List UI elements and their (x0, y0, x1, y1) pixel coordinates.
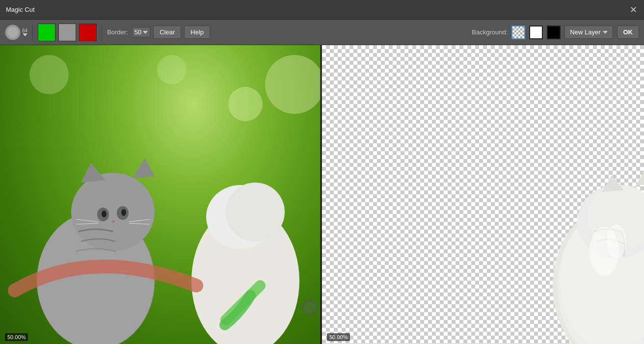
result-image (322, 45, 644, 344)
color-swatch-green[interactable] (38, 24, 55, 41)
new-layer-button[interactable]: New Layer (564, 26, 613, 39)
brush-size-selector[interactable]: 64 (5, 25, 27, 40)
border-label: Border: (107, 28, 128, 36)
clear-button[interactable]: Clear (153, 26, 181, 39)
ok-button[interactable]: OK (617, 26, 640, 39)
right-zoom-label: 50.00% (327, 333, 350, 341)
close-button[interactable]: ✕ (628, 5, 638, 15)
color-swatch-gray[interactable] (58, 24, 76, 41)
svg-marker-27 (636, 170, 644, 185)
left-panel[interactable]: 50.00% (0, 45, 322, 344)
brush-dropdown-arrow[interactable] (23, 33, 27, 36)
left-zoom-label: 50.00% (5, 333, 28, 341)
bg-black-swatch[interactable] (547, 26, 561, 39)
window-title: Magic Cut (6, 6, 35, 13)
color-swatch-red[interactable] (79, 24, 97, 41)
right-panel[interactable]: 50.00% (322, 45, 644, 344)
brush-cursor (302, 300, 317, 315)
new-layer-dropdown-arrow[interactable] (603, 31, 608, 34)
svg-point-29 (607, 224, 626, 259)
divider-1 (32, 25, 33, 40)
border-value: 50 (134, 28, 141, 36)
titlebar: Magic Cut ✕ (0, 0, 644, 20)
toolbar: 64 Border: 50 Clear Help Background: New… (0, 20, 644, 45)
help-button[interactable]: Help (184, 26, 210, 39)
border-arrow[interactable] (143, 31, 148, 34)
toolbar-right: Background: New Layer OK (472, 26, 639, 39)
canvas-area: 50.00% 50.00% (0, 45, 644, 344)
border-dropdown-wrap[interactable]: 50 (132, 27, 150, 37)
brush-icon (5, 25, 21, 40)
svg-marker-26 (602, 175, 624, 192)
source-image (0, 45, 322, 344)
bg-white-swatch[interactable] (529, 26, 543, 39)
divider-2 (102, 25, 102, 40)
brush-size-label: 64 (22, 28, 27, 33)
background-label: Background: (472, 28, 508, 36)
background-grass (0, 45, 322, 344)
bg-transparent-swatch[interactable] (511, 26, 525, 39)
